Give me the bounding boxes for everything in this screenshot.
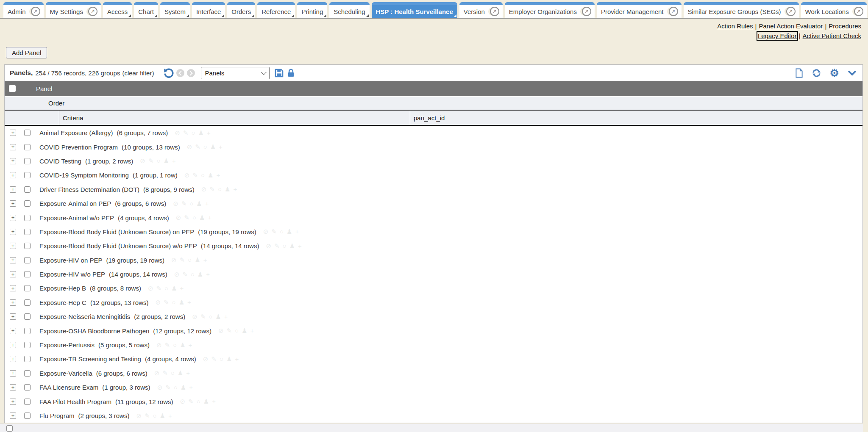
tab-interface[interactable]: Interface xyxy=(192,2,225,18)
expand-plus-icon[interactable] xyxy=(10,285,16,291)
expand-plus-icon[interactable] xyxy=(10,413,16,419)
row-checkbox[interactable] xyxy=(24,200,31,207)
table-row-covid-19-symptom-monitoring[interactable]: COVID-19 Symptom Monitoring(1 group, 1 r… xyxy=(5,168,862,182)
table-row-exposure-neisseria-meningitidis[interactable]: Exposure-Neisseria Meningitidis(2 groups… xyxy=(5,310,862,324)
row-checkbox[interactable] xyxy=(24,313,31,320)
popout-icon[interactable] xyxy=(669,7,678,16)
tab-work-locations[interactable]: Work Locations xyxy=(801,2,867,18)
table-row-exposure-animal-w-o-pep[interactable]: Exposure-Animal w/o PEP(4 groups, 4 rows… xyxy=(5,210,862,224)
tab-version[interactable]: Version xyxy=(459,2,503,18)
table-row-exposure-osha-bloodborne-pathogen[interactable]: Exposure-OSHA Bloodborne Pathogen(12 gro… xyxy=(5,324,862,338)
clear-filter-link[interactable]: clear filter xyxy=(124,69,152,77)
tab-reference[interactable]: Reference xyxy=(257,2,295,18)
row-checkbox[interactable] xyxy=(24,243,31,249)
row-checkbox[interactable] xyxy=(24,172,31,178)
next-page-icon[interactable] xyxy=(187,69,195,77)
lock-icon[interactable] xyxy=(287,69,295,78)
row-checkbox[interactable] xyxy=(24,413,31,419)
table-row-exposure-hiv-w-o-pep[interactable]: Exposure-HIV w/o PEP(14 groups, 14 rows) xyxy=(5,267,862,281)
popout-icon[interactable] xyxy=(786,7,796,16)
expand-plus-icon[interactable] xyxy=(10,328,16,334)
tab-provider-management[interactable]: Provider Management xyxy=(597,2,682,18)
table-row-exposure-hep-b[interactable]: Exposure-Hep B(8 groups, 8 rows) xyxy=(5,281,862,295)
table-row-exposure-blood-body-fluid-unknown-source-on-pep[interactable]: Exposure-Blood Body Fluid (Unknown Sourc… xyxy=(5,225,862,239)
expand-plus-icon[interactable] xyxy=(10,130,16,136)
expand-plus-icon[interactable] xyxy=(10,172,16,178)
popout-icon[interactable] xyxy=(31,7,40,16)
row-checkbox[interactable] xyxy=(24,356,31,362)
popout-icon[interactable] xyxy=(854,7,863,16)
table-row-exposure-hiv-on-pep[interactable]: Exposure-HIV on PEP(19 groups, 19 rows) xyxy=(5,253,862,267)
tab-chart[interactable]: Chart xyxy=(134,2,158,18)
tab-scheduling[interactable]: Scheduling xyxy=(329,2,369,18)
expand-plus-icon[interactable] xyxy=(10,229,16,235)
row-checkbox[interactable] xyxy=(24,130,31,136)
table-row-exposure-blood-body-fluid-unknown-source-w-o-pep[interactable]: Exposure-Blood Body Fluid (Unknown Sourc… xyxy=(5,239,862,253)
table-row-exposure-tb-screening-and-testing[interactable]: Exposure-TB Screening and Testing(4 grou… xyxy=(5,352,862,366)
table-row-flu-program[interactable]: Flu Program(2 groups, 3 rows) xyxy=(5,409,862,423)
table-row-covid-prevention-program[interactable]: COVID Prevention Program(10 groups, 13 r… xyxy=(5,140,862,154)
row-checkbox[interactable] xyxy=(24,186,31,193)
row-checkbox[interactable] xyxy=(24,257,31,263)
expand-plus-icon[interactable] xyxy=(10,399,16,405)
expand-plus-icon[interactable] xyxy=(10,144,16,150)
row-checkbox[interactable] xyxy=(24,399,31,405)
tab-hsp-health-surveillance[interactable]: HSP : Health Surveillance xyxy=(372,2,457,18)
view-select[interactable]: Panels xyxy=(201,67,270,79)
row-checkbox[interactable] xyxy=(24,299,31,306)
expand-plus-icon[interactable] xyxy=(10,356,16,362)
tab-system[interactable]: System xyxy=(160,2,190,18)
row-checkbox[interactable] xyxy=(24,271,31,277)
tab-similar-exposure-groups-segs[interactable]: Similar Exposure Groups (SEGs) xyxy=(684,2,799,18)
tab-orders[interactable]: Orders xyxy=(227,2,255,18)
expand-plus-icon[interactable] xyxy=(10,342,16,348)
row-checkbox[interactable] xyxy=(24,285,31,291)
expand-plus-icon[interactable] xyxy=(10,384,16,390)
tab-admin[interactable]: Admin xyxy=(3,2,44,18)
row-checkbox[interactable] xyxy=(24,158,31,164)
tab-printing[interactable]: Printing xyxy=(297,2,327,18)
row-checkbox[interactable] xyxy=(24,229,31,235)
tab-employer-organizations[interactable]: Employer Organizations xyxy=(505,2,595,18)
popout-icon[interactable] xyxy=(88,7,97,16)
expand-plus-icon[interactable] xyxy=(10,200,16,207)
settings-gear-icon[interactable]: ⚙ xyxy=(830,68,839,78)
expand-plus-icon[interactable] xyxy=(10,243,16,249)
tab-my-settings[interactable]: My Settings xyxy=(46,2,101,18)
table-row-covid-testing[interactable]: COVID Testing(1 group, 2 rows) xyxy=(5,154,862,168)
expand-plus-icon[interactable] xyxy=(10,158,16,164)
link-legacy-editor[interactable]: Legacy Editor xyxy=(758,32,797,39)
table-row-exposure-hep-c[interactable]: Exposure-Hep C(12 groups, 13 rows) xyxy=(5,296,862,310)
select-all-checkbox[interactable] xyxy=(9,85,16,92)
row-checkbox[interactable] xyxy=(24,384,31,390)
link-action-rules[interactable]: Action Rules xyxy=(717,22,753,30)
table-row-exposure-varicella[interactable]: Exposure-Varicella(6 groups, 6 rows) xyxy=(5,366,862,380)
expand-plus-icon[interactable] xyxy=(10,257,16,263)
expand-plus-icon[interactable] xyxy=(10,370,16,377)
popout-icon[interactable] xyxy=(582,7,591,16)
table-row-faa-licensure-exam[interactable]: FAA Licensure Exam(1 group, 3 rows) xyxy=(5,380,862,394)
expand-plus-icon[interactable] xyxy=(10,215,16,221)
expand-plus-icon[interactable] xyxy=(10,313,16,320)
expand-plus-icon[interactable] xyxy=(10,299,16,306)
refresh-icon[interactable] xyxy=(812,68,821,78)
link-panel-action-evaluator[interactable]: Panel Action Evaluator xyxy=(759,22,823,30)
save-icon[interactable] xyxy=(275,69,284,78)
link-active-patient-check[interactable]: Active Patient Check xyxy=(803,32,861,39)
table-row-exposure-pertussis[interactable]: Exposure-Pertussis(5 groups, 5 rows) xyxy=(5,338,862,352)
undo-icon[interactable] xyxy=(163,68,174,78)
add-panel-button[interactable]: Add Panel xyxy=(6,47,47,58)
expand-plus-icon[interactable] xyxy=(10,186,16,193)
table-row-exposure-animal-on-pep[interactable]: Exposure-Animal on PEP(6 groups, 6 rows) xyxy=(5,197,862,210)
table-row-animal-exposure-allergy[interactable]: Animal Exposure (Allergy)(6 groups, 7 ro… xyxy=(5,126,862,140)
popout-icon[interactable] xyxy=(490,7,499,16)
row-checkbox[interactable] xyxy=(24,328,31,334)
table-row-faa-pilot-health-program[interactable]: FAA Pilot Health Program(11 groups, 12 r… xyxy=(5,394,862,408)
table-row-driver-fitness-determination-dot[interactable]: Driver Fitness Determination (DOT)(8 gro… xyxy=(5,183,862,197)
link-procedures[interactable]: Procedures xyxy=(829,22,861,30)
bottom-row-checkbox[interactable] xyxy=(6,425,13,432)
row-checkbox[interactable] xyxy=(24,144,31,150)
row-checkbox[interactable] xyxy=(24,370,31,377)
new-record-icon[interactable] xyxy=(795,68,803,78)
tab-access[interactable]: Access xyxy=(103,2,132,18)
